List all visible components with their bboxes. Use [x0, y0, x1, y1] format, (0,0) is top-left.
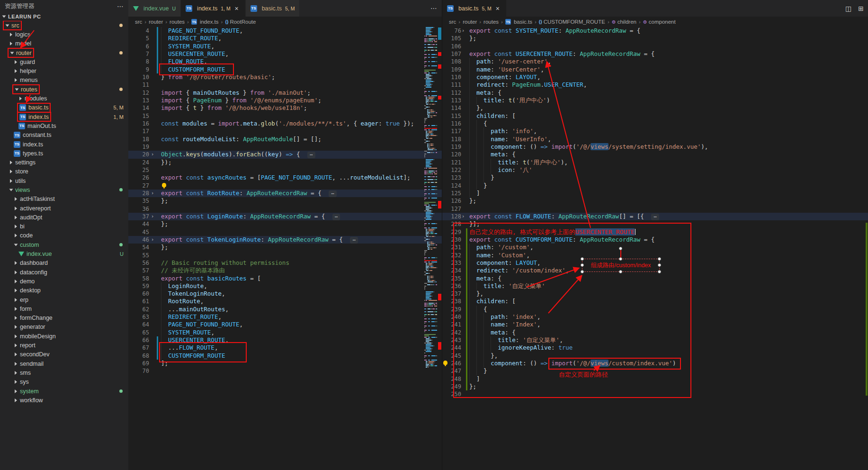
code-line-115[interactable]: 115 children: [	[442, 112, 868, 120]
code-line-15[interactable]: 15	[128, 112, 442, 120]
fold-chevron-icon[interactable]: ›	[149, 236, 156, 244]
code-line-67[interactable]: 67 ...FLOW_ROUTE,	[128, 344, 442, 352]
breadcrumb-item-children[interactable]: ⚙children	[612, 19, 636, 25]
more-actions-icon[interactable]: ⋯	[117, 2, 124, 10]
tree-item-desktop[interactable]: desktop	[0, 286, 128, 295]
code-line-63[interactable]: 63 REDIRECT_ROUTE,	[128, 313, 442, 321]
code-line-66[interactable]: 66 USERCENTER_ROUTE,	[128, 336, 442, 344]
tree-item-routes[interactable]: routes	[0, 85, 128, 94]
breadcrumb-item-router[interactable]: router	[463, 19, 477, 25]
code-line-11[interactable]: 11	[128, 81, 442, 89]
code-line-58[interactable]: 58export const basicRoutes = [	[128, 275, 442, 282]
close-icon[interactable]: ×	[233, 5, 241, 12]
code-line-232[interactable]: 232 name: 'Custom',	[442, 252, 868, 259]
layout-icon[interactable]: ⊞	[858, 5, 864, 12]
code-line-121[interactable]: 121 title: t('用户中心'),	[442, 159, 868, 166]
breadcrumb-item-router[interactable]: router	[149, 19, 163, 25]
code-line-106[interactable]: 106	[442, 43, 868, 50]
selection-handle[interactable]	[658, 263, 661, 267]
code-line-230[interactable]: 230export const CUSTOMFORM_ROUTE: AppRou…	[442, 236, 868, 244]
breadcrumb-item-RootRoute[interactable]: {}RootRoute	[225, 19, 256, 25]
code-line-116[interactable]: 116 {	[442, 120, 868, 127]
tree-item-secondDev[interactable]: secondDev	[0, 350, 128, 359]
editor-more-actions-icon[interactable]: ⋯	[430, 0, 437, 17]
code-line-5[interactable]: 5 REDIRECT_ROUTE,	[128, 35, 442, 42]
tree-item-modules[interactable]: modules	[0, 94, 128, 103]
code-line-123[interactable]: 123 }	[442, 174, 868, 181]
code-line-45[interactable]: 45	[128, 228, 442, 236]
folded-code-ellipsis[interactable]: ⋯	[332, 214, 340, 220]
annotation-textbox[interactable]: 组成路由/custom/index	[582, 259, 660, 272]
tree-item-auditOpt[interactable]: auditOpt	[0, 213, 128, 222]
lightbulb-icon[interactable]	[443, 361, 447, 365]
tree-item-index.ts[interactable]: TSindex.ts1, M	[0, 112, 128, 121]
code-line-235[interactable]: 235 meta: {	[442, 275, 868, 282]
tree-item-model[interactable]: model	[0, 39, 128, 48]
folded-code-ellipsis[interactable]: ⋯	[350, 237, 358, 244]
tree-item-logics[interactable]: logics	[0, 30, 128, 39]
tree-item-workflow[interactable]: workflow	[0, 396, 128, 405]
tree-item-index.vue[interactable]: index.vueU	[0, 249, 128, 258]
code-line-107[interactable]: 107export const USERCENTER_ROUTE: AppRou…	[442, 50, 868, 58]
code-line-57[interactable]: 57// 未经许可的基本路由	[128, 267, 442, 274]
code-line-109[interactable]: 109 name: 'UserCenter',	[442, 66, 868, 73]
tree-item-helper[interactable]: helper	[0, 66, 128, 75]
tree-item-dataconfig[interactable]: dataconfig	[0, 268, 128, 277]
selection-handle[interactable]	[581, 263, 584, 267]
code-line-229[interactable]: 229自己定义的路由, 格式可以参考上面的USERCENTER_ROUTE	[442, 228, 868, 236]
code-line-56[interactable]: 56// Basic routing without permissions	[128, 259, 442, 267]
tree-item-mainOut.ts[interactable]: TSmainOut.ts	[0, 121, 128, 130]
code-line-12[interactable]: 12import { mainOutRoutes } from './mainO…	[128, 89, 442, 97]
code-line-4[interactable]: 4 PAGE_NOT_FOUND_ROUTE,	[128, 27, 442, 35]
code-line-236[interactable]: 236 title: '自定义菜单'	[442, 282, 868, 290]
code-line-62[interactable]: 62 ...mainOutRoutes,	[128, 306, 442, 313]
breadcrumb-item-CUSTOMFORM_ROUTE[interactable]: {}CUSTOMFORM_ROUTE	[539, 19, 605, 25]
fold-chevron-icon[interactable]: ›	[149, 190, 156, 197]
fold-chevron-icon[interactable]: ›	[149, 151, 156, 158]
breadcrumb-item-src[interactable]: src	[449, 19, 456, 25]
lightbulb-icon[interactable]	[162, 183, 166, 187]
tree-item-code[interactable]: code	[0, 231, 128, 240]
tree-item-menus[interactable]: menus	[0, 76, 128, 85]
code-line-241[interactable]: 241 name: 'Index',	[442, 321, 868, 328]
minimap[interactable]	[424, 27, 437, 375]
tree-item-src[interactable]: src	[0, 21, 128, 30]
code-line-124[interactable]: 124 }	[442, 182, 868, 190]
code-line-237[interactable]: 237 },	[442, 290, 868, 298]
code-line-122[interactable]: 122 icon: '八'	[442, 166, 868, 174]
code-line-242[interactable]: 242 meta: {	[442, 329, 868, 336]
tree-item-generator[interactable]: generator	[0, 323, 128, 332]
tree-item-utils[interactable]: utils	[0, 176, 128, 185]
tree-item-sendmail[interactable]: sendmail	[0, 359, 128, 368]
folded-code-ellipsis[interactable]: ⋯	[329, 190, 337, 197]
breadcrumb-item-component[interactable]: ⚙component	[643, 19, 676, 25]
code-line-13[interactable]: 13import { PageEnum } from '/@/enums/pag…	[128, 97, 442, 104]
code-line-128[interactable]: 128›export const FLOW_ROUTE: AppRouteRec…	[442, 213, 868, 220]
folded-code-ellipsis[interactable]: ⋯	[307, 152, 315, 158]
code-line-37[interactable]: 37›export const LoginRoute: AppRouteReco…	[128, 213, 442, 220]
tree-item-actHiTaskinst[interactable]: actHiTaskinst	[0, 195, 128, 204]
code-line-7[interactable]: 7 USERCENTER_ROUTE,	[128, 50, 442, 58]
close-icon[interactable]: ×	[494, 5, 501, 12]
tree-item-erp[interactable]: erp	[0, 295, 128, 304]
tab-index.vue[interactable]: index.vueU	[128, 0, 181, 17]
code-line-36[interactable]: 36	[128, 205, 442, 213]
code-line-26[interactable]: 26export const asyncRoutes = [PAGE_NOT_F…	[128, 174, 442, 181]
code-line-228[interactable]: 228}];	[442, 220, 868, 228]
code-line-245[interactable]: 245 },	[442, 352, 868, 360]
tree-item-store[interactable]: store	[0, 167, 128, 176]
tree-item-sys[interactable]: sys	[0, 378, 128, 387]
tree-item-index.ts[interactable]: TSindex.ts	[0, 140, 128, 149]
code-line-44[interactable]: 44};	[128, 220, 442, 228]
folded-code-ellipsis[interactable]: ⋯	[651, 214, 659, 220]
code-line-10[interactable]: 10} from '/@/router/routes/basic';	[128, 73, 442, 81]
tree-item-types.ts[interactable]: TStypes.ts	[0, 149, 128, 158]
code-line-64[interactable]: 64 PAGE_NOT_FOUND_ROUTE,	[128, 321, 442, 328]
code-line-24[interactable]: 24});	[128, 159, 442, 166]
code-line-246[interactable]: 246 component: () => import('/@/views/cu…	[442, 360, 868, 367]
code-line-46[interactable]: 46›export const TokenLoginRoute: AppRout…	[128, 236, 442, 244]
code-line-76[interactable]: 76›export const SYSTEM_ROUTE: AppRouteRe…	[442, 27, 868, 35]
selection-handle[interactable]	[619, 270, 622, 273]
tab-index.ts[interactable]: TSindex.ts1, M×	[181, 0, 246, 17]
tree-item-form[interactable]: form	[0, 304, 128, 313]
